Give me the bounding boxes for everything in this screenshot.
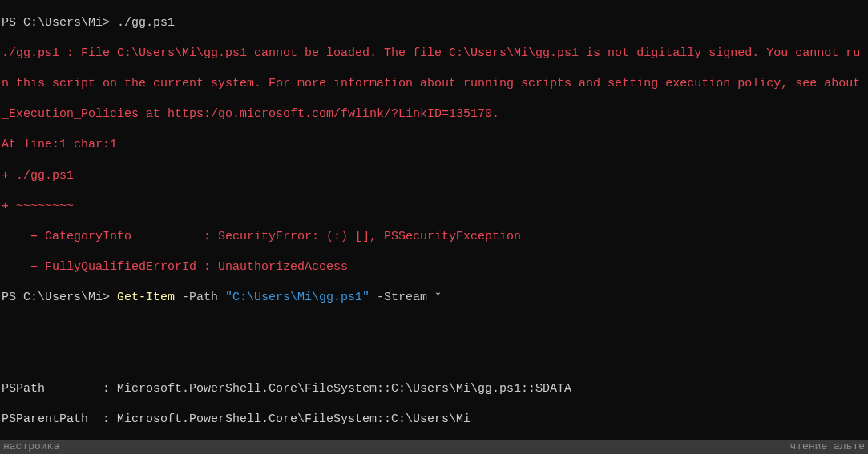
error-line: _Execution_Policies at https:/go.microso… [2, 106, 866, 122]
error-line: + ~~~~~~~~ [2, 199, 866, 214]
param-stream: -Stream [369, 291, 434, 304]
prompt-prefix: PS C:\Users\Mi> [2, 291, 117, 304]
error-line: At line:1 char:1 [2, 137, 866, 152]
cmdlet-name: Get-Item [117, 291, 175, 304]
prompt-prefix: PS C:\Users\Mi> [2, 16, 117, 30]
output-line: PSPath : Microsoft.PowerShell.Core\FileS… [2, 381, 866, 396]
error-line: + FullyQualifiedErrorId : UnauthorizedAc… [2, 259, 866, 275]
prompt-line-1: PS C:\Users\Mi> ./gg.ps1 [2, 15, 866, 30]
status-left: настроика [3, 440, 59, 453]
string-literal: "C:\Users\Mi\gg.ps1" [225, 291, 369, 304]
blank-line [2, 351, 866, 366]
param-path: -Path [175, 291, 225, 304]
status-right: чтение альте [789, 440, 865, 453]
error-line: n this script on the current system. For… [2, 76, 866, 91]
status-bar: настроика чтение альте [0, 440, 868, 454]
error-line: + ./gg.ps1 [2, 168, 866, 183]
terminal-output[interactable]: PS C:\Users\Mi> ./gg.ps1 ./gg.ps1 : File… [0, 0, 868, 454]
blank-line [2, 320, 866, 335]
error-line: ./gg.ps1 : File C:\Users\Mi\gg.ps1 canno… [2, 46, 866, 61]
prompt-line-2: PS C:\Users\Mi> Get-Item -Path "C:\Users… [2, 290, 866, 305]
wildcard: * [434, 291, 442, 304]
output-line: PSParentPath : Microsoft.PowerShell.Core… [2, 412, 866, 427]
command-text: ./gg.ps1 [117, 16, 175, 30]
error-line: + CategoryInfo : SecurityError: (:) [], … [2, 229, 866, 244]
